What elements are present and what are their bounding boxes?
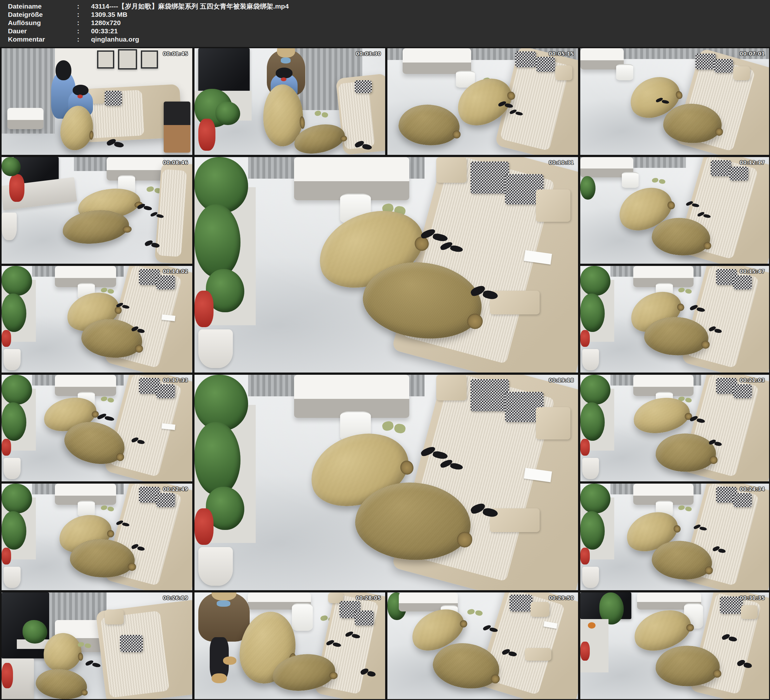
high-heels <box>440 459 463 470</box>
high-heels <box>150 211 164 218</box>
meta-row-filesize: Dateigröße : 1309.35 MB <box>0 10 770 19</box>
planter-pot <box>582 567 599 588</box>
coffee-table <box>403 48 471 74</box>
meta-duration-value: 00:33:21 <box>91 27 770 35</box>
high-heels <box>709 326 722 333</box>
thumbnail-timestamp: 00:15:47 <box>740 269 765 274</box>
metadata-header: Dateiname : 43114----【岁月如歌】麻袋绑架系列 五四女青年被… <box>0 0 770 47</box>
potted-plant <box>580 402 605 441</box>
houndstooth-pillow <box>120 635 143 652</box>
meta-row-filename: Dateiname : 43114----【岁月如歌】麻袋绑架系列 五四女青年被… <box>0 2 770 10</box>
houndstooth-pillow <box>515 52 536 67</box>
meta-duration-label: Dauer <box>0 27 77 35</box>
houndstooth-pillow <box>471 162 509 194</box>
trash-bin <box>622 172 639 188</box>
side-table <box>7 108 44 129</box>
potted-plant <box>194 204 241 278</box>
houndstooth-pillow <box>156 493 175 507</box>
slippers <box>652 177 665 184</box>
meta-filename-value: 43114----【岁月如歌】麻袋绑架系列 五四女青年被装麻袋绑架.mp4 <box>91 2 770 10</box>
video-thumbnail: 00:12:17 <box>580 157 769 264</box>
high-heels <box>713 546 726 553</box>
video-thumbnail: 00:24:34 <box>580 484 769 590</box>
high-heels <box>694 524 707 531</box>
houndstooth-pillow <box>510 595 532 612</box>
thumbnail-timestamp: 00:19:18 <box>549 378 574 383</box>
potted-plant <box>2 293 26 332</box>
high-heels <box>326 639 341 647</box>
potted-plant <box>194 422 241 495</box>
high-heels <box>421 446 448 459</box>
red-vase <box>580 548 590 565</box>
planter-pot <box>198 329 233 368</box>
high-heels <box>345 631 361 638</box>
potted-plant <box>215 102 240 125</box>
picture-frame <box>118 49 137 70</box>
thumbnail-timestamp: 00:17:33 <box>163 378 188 383</box>
high-heels <box>355 140 372 149</box>
high-heels <box>116 520 129 526</box>
high-heels <box>510 109 523 115</box>
houndstooth-pillow <box>733 493 752 507</box>
meta-comment-label: Kommentar <box>0 35 77 44</box>
potted-plant <box>2 375 32 405</box>
planter-pot <box>3 567 21 588</box>
video-thumbnail: 00:19:18 <box>194 375 578 590</box>
pillow <box>741 605 758 619</box>
thumbnail-timestamp: 00:10:31 <box>549 160 574 166</box>
pillow <box>536 190 571 222</box>
high-heels <box>686 201 699 207</box>
red-vase <box>9 174 24 202</box>
houndstooth-pillow <box>714 59 733 73</box>
high-heels <box>502 648 517 656</box>
slippers <box>382 420 406 433</box>
slippers <box>78 642 91 648</box>
potted-plant <box>580 293 605 332</box>
planter-pot <box>3 349 21 370</box>
houndstooth-pillow <box>355 80 372 93</box>
meta-colon: : <box>77 2 91 10</box>
video-thumbnail: 00:14:02 <box>2 266 192 373</box>
video-thumbnail: 00:10:31 <box>194 157 578 373</box>
slippers <box>678 505 692 511</box>
high-heels <box>131 326 145 333</box>
potted-plant <box>23 620 47 643</box>
thumbnail-timestamp: 00:22:49 <box>163 486 188 492</box>
thumbnail-timestamp: 00:12:17 <box>740 160 765 166</box>
high-heels <box>483 624 498 632</box>
planter-pot <box>2 212 17 240</box>
thumbnail-timestamp: 00:24:34 <box>740 486 765 492</box>
pillow <box>531 602 550 617</box>
high-heels <box>498 100 513 108</box>
thumbnail-grid: 00:01:4500:03:3000:05:1500:07:0100:08:46… <box>2 48 769 699</box>
meta-filesize-value: 1309.35 MB <box>91 10 770 19</box>
video-thumbnail: 00:01:45 <box>2 48 192 155</box>
potted-plant <box>580 266 610 296</box>
red-vase <box>198 119 215 151</box>
video-thumbnail: 00:22:49 <box>2 484 192 590</box>
high-heels <box>722 633 737 642</box>
houndstooth-pillow <box>733 384 752 398</box>
potted-plant <box>2 402 26 441</box>
pillow <box>436 157 467 183</box>
potted-plant <box>194 157 248 213</box>
potted-plant <box>194 375 248 431</box>
meta-comment-value: qinglanhua.org <box>91 35 770 44</box>
potted-plant <box>580 176 595 199</box>
video-thumbnail: 00:26:19 <box>2 592 192 699</box>
thumbnail-timestamp: 00:03:30 <box>356 51 381 57</box>
red-vase <box>2 330 11 347</box>
kidnapper-brown-jacket <box>198 592 250 642</box>
thumbnail-timestamp: 00:08:46 <box>163 160 188 166</box>
high-heels <box>137 203 152 211</box>
slippers <box>467 608 482 616</box>
high-heels <box>440 241 463 252</box>
decor-item <box>588 622 595 629</box>
sandal <box>223 656 236 665</box>
burlap-sack <box>396 100 462 149</box>
high-heels <box>85 660 100 667</box>
red-vase <box>580 330 590 347</box>
meta-resolution-label: Auflösung <box>0 19 77 27</box>
red-vase <box>194 508 214 545</box>
high-heels <box>131 437 145 444</box>
